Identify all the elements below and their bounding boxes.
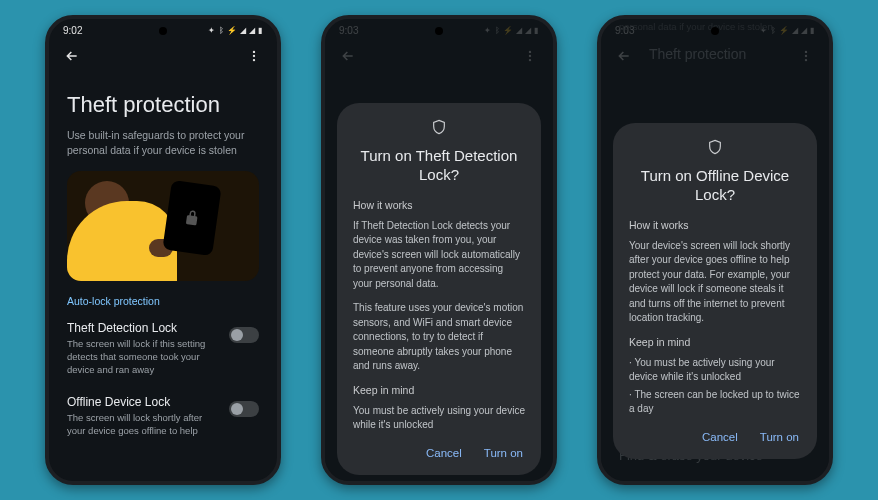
toggle-switch[interactable] <box>229 327 259 343</box>
svg-point-1 <box>253 55 255 57</box>
clock: 9:02 <box>63 25 82 36</box>
illustration-phone <box>162 180 221 256</box>
svg-point-2 <box>253 59 255 61</box>
lock-icon <box>182 208 202 228</box>
dialog-title: Turn on Offline Device Lock? <box>629 167 801 205</box>
back-icon[interactable] <box>61 45 83 67</box>
dialog-body: If Theft Detection Lock detects your dev… <box>353 219 525 292</box>
dialog-offline-lock: Turn on Offline Device Lock? How it work… <box>613 123 817 459</box>
toggle-switch[interactable] <box>229 401 259 417</box>
more-icon[interactable] <box>243 45 265 67</box>
shield-icon <box>629 139 801 159</box>
content: Theft protection Use built-in safeguards… <box>49 74 277 455</box>
dialog-actions: Cancel Turn on <box>629 427 801 447</box>
camera-notch <box>159 27 167 35</box>
page-title: Theft protection <box>67 92 259 118</box>
setting-offline-lock[interactable]: Offline Device Lock The screen will lock… <box>67 395 259 438</box>
status-icons: ✦ ᛒ ⚡ ◢ ◢ ▮ <box>208 26 263 35</box>
setting-title: Offline Device Lock <box>67 395 219 409</box>
dialog-title: Turn on Theft Detection Lock? <box>353 147 525 185</box>
camera-notch <box>435 27 443 35</box>
confirm-button[interactable]: Turn on <box>482 443 525 463</box>
cancel-button[interactable]: Cancel <box>700 427 740 447</box>
dialog-actions: Cancel Turn on <box>353 443 525 463</box>
dialog-how-label: How it works <box>353 199 525 211</box>
page-subtitle: Use built-in safeguards to protect your … <box>67 128 259 157</box>
phone-screen-1: 9:02 ✦ ᛒ ⚡ ◢ ◢ ▮ Theft protection Use bu… <box>45 15 281 485</box>
phone-screen-3: 9:03 ✦ ᛒ ⚡ ◢ ◢ ▮ Theft protection person… <box>597 15 833 485</box>
phone-screen-2: 9:03 ✦ ᛒ ⚡ ◢ ◢ ▮ Offline Device Lock The… <box>321 15 557 485</box>
dialog-body: Your device's screen will lock shortly a… <box>629 239 801 326</box>
section-label: Auto-lock protection <box>67 295 259 307</box>
setting-desc: The screen will lock shortly after your … <box>67 412 219 438</box>
dialog-keep-label: Keep in mind <box>629 336 801 348</box>
dialog-keep-label: Keep in mind <box>353 384 525 396</box>
shield-icon <box>353 119 525 139</box>
dialog-how-label: How it works <box>629 219 801 231</box>
cancel-button[interactable]: Cancel <box>424 443 464 463</box>
setting-theft-detection[interactable]: Theft Detection Lock The screen will loc… <box>67 321 259 376</box>
setting-title: Theft Detection Lock <box>67 321 219 335</box>
dialog-body: This feature uses your device's motion s… <box>353 301 525 374</box>
illustration <box>67 171 259 281</box>
svg-point-0 <box>253 51 255 53</box>
confirm-button[interactable]: Turn on <box>758 427 801 447</box>
camera-notch <box>711 27 719 35</box>
dialog-theft-detection: Turn on Theft Detection Lock? How it wor… <box>337 103 541 475</box>
dialog-bullet: · The screen can be locked up to twice a… <box>629 388 801 417</box>
app-bar <box>49 38 277 74</box>
dialog-bullet: · You must be actively using your device… <box>629 356 801 385</box>
setting-desc: The screen will lock if this setting det… <box>67 338 219 376</box>
dialog-body: You must be actively using your device w… <box>353 404 525 433</box>
